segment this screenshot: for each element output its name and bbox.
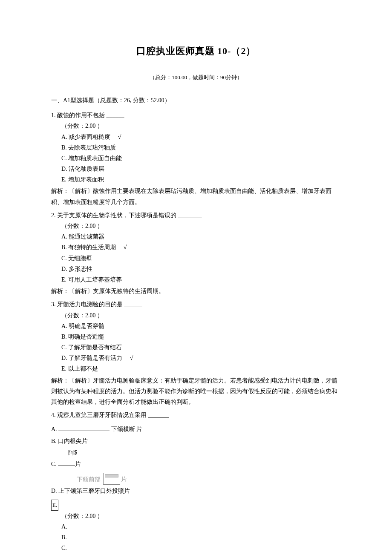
check-icon: √	[124, 242, 127, 253]
q1-option-d: D. 活化釉质表层	[51, 164, 341, 174]
q3-stem: 3. 牙髓活力电测验的目的是 ______	[51, 299, 341, 310]
q4-option-b2: 阿$	[51, 447, 341, 458]
q1-option-a: A. 减少表面粗糙度 √	[51, 132, 341, 142]
q4-c-post: 片	[75, 461, 81, 467]
q3-option-b: B. 明确是否近髓	[51, 331, 341, 342]
q4-answer-c: C.	[51, 543, 341, 553]
q2-explain: 解析：〔解析〕支原体无独特的生活周期。	[51, 286, 341, 296]
q1-option-e: E. 增加牙表面积	[51, 174, 341, 185]
q4-answer-b: B.	[51, 532, 341, 543]
q2-option-c: C. 无细胞壁	[51, 253, 341, 264]
q3-d-text: D. 了解牙髓是否有活力	[61, 355, 122, 361]
q4-c-pre: C.	[51, 461, 58, 467]
q2-b-text: B. 有独特的生活周期	[61, 244, 116, 250]
q3-score: （分数：2.00 ）	[51, 310, 341, 321]
q2-option-b: B. 有独特的生活周期 √	[51, 242, 341, 253]
q1-option-c: C. 增加釉质表面自由能	[51, 153, 341, 164]
q4-img-pre: 下颌前部	[77, 476, 102, 483]
q4-e-box: E.	[51, 500, 58, 510]
q3-explain: 解析：〔解析〕牙髓活力电测验临床意义：有助于确定牙髓的活力。若患者能感受到电活力…	[51, 375, 341, 408]
check-icon: √	[130, 353, 133, 363]
q4-image-caption: 下颌前部 片	[51, 473, 341, 485]
q4-a-post: 下颌横断 片	[110, 426, 142, 432]
q4-option-e: E.	[51, 500, 341, 510]
q4-stem: 4. 观察儿童第三磨牙牙胚情况宜采用 _______	[51, 410, 341, 420]
q1-a-text: A. 减少表面粗糙度	[61, 134, 110, 140]
q2-option-d: D. 多形态性	[51, 264, 341, 274]
q3-option-a: A. 明确是否穿髓	[51, 321, 341, 331]
q4-img-post: 片	[121, 476, 127, 483]
q1-score: （分数：2.00 ）	[51, 121, 341, 131]
q3-option-e: E. 以上都不是	[51, 363, 341, 374]
blank-line	[58, 425, 110, 431]
check-icon: √	[118, 132, 121, 142]
q4-option-d: D. 上下颌第三磨牙口外投照片	[51, 486, 341, 496]
q4-option-a: A. 下颌横断 片	[51, 424, 341, 434]
q2-score: （分数：2.00 ）	[51, 221, 341, 231]
q2-stem: 2. 关于支原体的生物学性状，下述哪项是错误的 ________	[51, 210, 341, 221]
placeholder-image-icon	[103, 473, 120, 485]
q3-option-c: C. 了解牙髓是否有结石	[51, 342, 341, 353]
q4-option-b: B. 口内根尖片	[51, 436, 341, 446]
q4-score: （分数：2.00 ）	[51, 511, 341, 521]
q1-stem: 1. 酸蚀的作用不包括 ______	[51, 110, 341, 121]
q3-option-d: D. 了解牙髓是否有活力 √	[51, 353, 341, 363]
q1-explain: 解析：〔解析〕酸蚀作用主要表现在去除表层玷污釉质、增加釉质表面自由能、活化釉质表…	[51, 186, 341, 207]
q2-option-a: A. 能通过滤菌器	[51, 231, 341, 242]
page-title: 口腔执业医师真题 10-（2）	[51, 43, 341, 60]
q4-answer-a: A.	[51, 521, 341, 532]
q2-option-e: E. 可用人工培养基培养	[51, 274, 341, 285]
section-heading: 一、A1型选择题（总题数：26, 分数：52.00）	[51, 95, 341, 106]
score-time: （总分：100.00，做题时间：90分钟）	[51, 72, 341, 82]
q4-a-pre: A.	[51, 426, 58, 432]
blank-line	[58, 460, 75, 466]
q4-option-c: C. 片	[51, 459, 341, 469]
q1-option-b: B. 去除表层玷污釉质	[51, 142, 341, 153]
